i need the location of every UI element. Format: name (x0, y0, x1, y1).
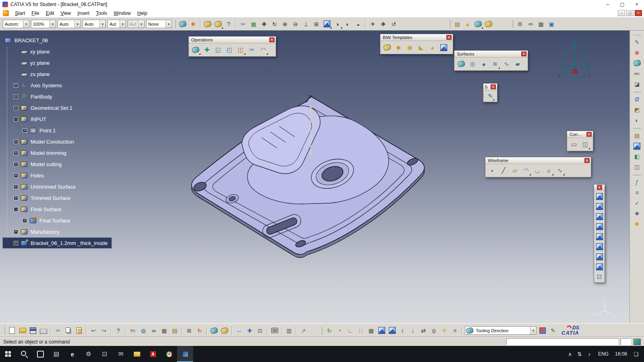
cut-icon[interactable]: ✂ (53, 326, 63, 335)
toolbar-grip[interactable] (321, 327, 322, 335)
tree-item-label[interactable]: PartBody (29, 93, 53, 100)
compass-snap-icon[interactable]: ❖ (378, 19, 388, 29)
menu-insert[interactable]: Insert (74, 9, 93, 18)
tree-item-label[interactable]: Model cutting (29, 161, 63, 168)
expand-icon[interactable]: + (14, 196, 18, 200)
notes-app-icon[interactable]: ▤ (48, 346, 64, 362)
clock-analysis-icon[interactable]: ◔ (334, 326, 345, 335)
paint-splash-icon[interactable]: ✺ (188, 19, 198, 29)
design-table-icon[interactable]: ▦ (159, 326, 169, 335)
stretch-view-icon[interactable]: ↕ (397, 326, 408, 335)
disassemble-icon[interactable]: ◰ (224, 45, 235, 55)
wireframe-palette-title[interactable]: Wireframe × (485, 157, 591, 164)
mdi-close-button[interactable]: × (635, 10, 642, 16)
knowledge-globe-icon[interactable]: ◍ (138, 326, 149, 335)
free-transform-icon[interactable]: ⇗ (298, 326, 309, 335)
power-input-icon[interactable] (634, 339, 641, 345)
chevron-down-icon[interactable]: ▾ (50, 20, 56, 28)
layer-combo[interactable]: None ▾ (146, 20, 172, 28)
tree-item[interactable]: +Untrimmed Surface (2, 181, 80, 192)
light-effects-icon[interactable]: ✳ (439, 326, 450, 335)
store-icon[interactable]: ⊡ (97, 346, 113, 362)
expand-icon[interactable]: + (14, 140, 18, 144)
expand-icon[interactable]: + (14, 83, 18, 88)
acrobat-icon[interactable] (145, 346, 161, 362)
unfold-surface-icon[interactable] (483, 19, 494, 29)
tree-item-label[interactable]: INPUT (29, 116, 47, 123)
join-icon[interactable] (190, 45, 201, 55)
zoom-combo[interactable]: 100% ▾ (31, 20, 56, 28)
iso-view-icon[interactable] (322, 19, 332, 29)
trim-icon[interactable]: ✂ (247, 45, 257, 55)
paint-mode-icon[interactable] (537, 326, 548, 335)
tree-item-label[interactable]: Axis Systems (29, 82, 63, 89)
zoom-in-icon[interactable]: ⊕ (280, 19, 290, 29)
clock[interactable]: 16:08 (613, 351, 630, 357)
chrome-icon[interactable] (161, 346, 177, 362)
menu-window[interactable]: Window (110, 9, 134, 18)
tree-item-label[interactable]: Final Surface (29, 206, 63, 213)
settings-icon[interactable]: ⚙ (80, 346, 97, 362)
iso-cube-icon[interactable] (376, 326, 387, 335)
fill-icon[interactable]: ▰ (512, 59, 523, 69)
structure-tree-icon[interactable]: ψ (429, 326, 439, 335)
start-menu-icon[interactable] (3, 10, 9, 16)
swap-visible-icon[interactable]: ⇄ (418, 326, 429, 335)
quick-views-palette-title[interactable]: × (594, 185, 605, 191)
tree-item[interactable]: -Final Surface (2, 204, 66, 215)
revolve-icon[interactable]: ◎ (467, 59, 478, 69)
tree-root[interactable]: BRACKET_06 (2, 35, 52, 46)
point-style-combo[interactable]: Aut ▾ (107, 20, 126, 28)
spline-icon[interactable]: ∿ (555, 165, 565, 176)
cut-plane-icon[interactable]: ✂ (238, 19, 248, 29)
tree-item-label[interactable]: Geometrical Set.1 (29, 105, 74, 111)
tree-item[interactable]: +PartBody (2, 91, 56, 102)
check-analysis-icon[interactable]: ✓ (631, 198, 643, 208)
fly-mode-icon[interactable]: ✈ (367, 19, 378, 29)
tree-item[interactable]: xy plane (2, 46, 54, 57)
annotations-icon[interactable]: ABC (631, 68, 643, 79)
tree-item[interactable]: +Axis Systems (2, 80, 66, 91)
tree-item-label[interactable]: zx plane (29, 71, 51, 78)
chevron-down-icon[interactable]: ▾ (120, 20, 126, 28)
mail-icon[interactable]: ✉ (113, 346, 129, 362)
sheet-stamp-icon[interactable] (202, 19, 213, 29)
file-explorer-icon[interactable] (129, 346, 145, 362)
tree-item[interactable]: -INPUT (2, 113, 50, 125)
collapse-icon[interactable]: - (14, 207, 18, 212)
search-icon[interactable] (16, 346, 32, 362)
histogram-icon[interactable]: ▥ (284, 326, 294, 335)
tree-item-label[interactable]: Manufactory (29, 228, 61, 235)
collapse-icon[interactable]: - (14, 117, 18, 121)
volume-icon[interactable]: ♪ (584, 346, 594, 362)
catalog-browse-icon[interactable]: ▤ (169, 326, 180, 335)
redo-icon[interactable]: ↪ (99, 326, 109, 335)
rules-icon[interactable]: ≡ (631, 187, 643, 198)
split-icon[interactable]: ◫ (235, 45, 246, 55)
tree-item[interactable]: +Point.1 (2, 125, 60, 136)
point-icon[interactable]: ● (487, 165, 497, 176)
sphere-icon[interactable]: ● (479, 59, 489, 69)
expand-icon[interactable]: + (14, 106, 18, 110)
exit-workbench-icon[interactable]: ⊗ (631, 47, 643, 58)
pan-icon[interactable]: ✚ (259, 19, 269, 29)
language-indicator[interactable]: ENG (596, 351, 611, 357)
junction-icon[interactable] (382, 42, 392, 53)
customize-icon[interactable]: ⚙ (515, 19, 525, 29)
operations-palette-title[interactable]: Operations × (189, 37, 276, 43)
command-input[interactable] (506, 338, 618, 345)
graphic-filter-combo[interactable]: Autom: ▾ (3, 20, 29, 28)
toolbar-grip[interactable] (633, 174, 641, 175)
tree-item[interactable]: +Model Constuction (2, 136, 78, 147)
bead-icon[interactable]: ◕ (427, 42, 438, 53)
tree-item-label[interactable]: Model Constuction (29, 138, 75, 145)
start-icon[interactable] (0, 346, 16, 362)
biw-panels-icon[interactable] (213, 19, 223, 29)
groups-icon[interactable]: ❖ (631, 208, 643, 219)
spreadsheet-icon[interactable]: ▦ (248, 19, 259, 29)
pull-direction-icon[interactable]: ↓ (408, 326, 418, 335)
chevron-down-icon[interactable]: ▾ (74, 20, 80, 28)
tree-item[interactable]: +Geometrical Set.1 (2, 102, 76, 113)
hidden-icons-icon[interactable]: ∧ (565, 346, 575, 362)
diabolo-icon[interactable]: ◆ (393, 42, 404, 53)
